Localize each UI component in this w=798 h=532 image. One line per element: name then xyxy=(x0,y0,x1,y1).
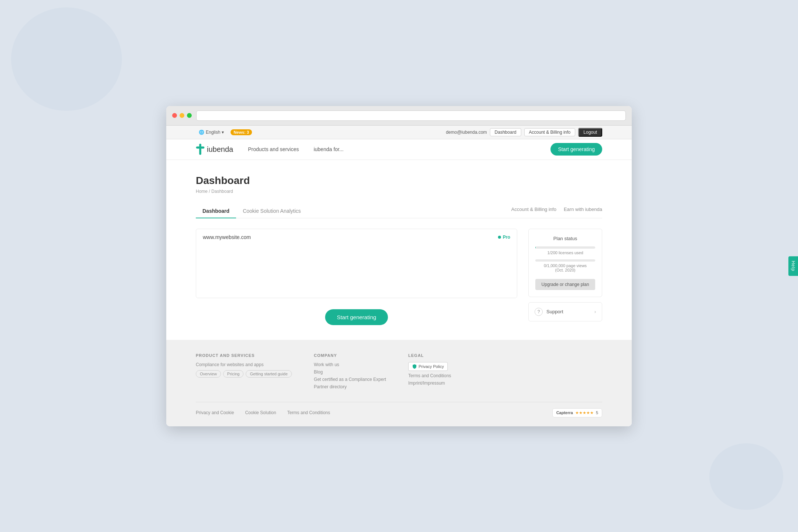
upgrade-plan-button[interactable]: Upgrade or change plan xyxy=(535,279,595,290)
footer-company-link-1[interactable]: Blog xyxy=(314,369,386,375)
close-button-traffic[interactable] xyxy=(172,113,177,118)
traffic-lights xyxy=(172,113,192,118)
start-generating-main-button[interactable]: Start generating xyxy=(325,309,388,325)
shield-icon xyxy=(412,364,417,369)
pageviews-progress-track xyxy=(535,259,595,262)
logo-text: iubenda xyxy=(207,145,233,154)
pageviews-sub-label: (Oct. 2020) xyxy=(535,268,595,272)
footer-legal-links: Terms and Conditions Imprint/Impressum xyxy=(408,373,451,386)
capterra-stars: ★★★★★ xyxy=(575,410,594,415)
footer-col-company: COMPANY Work with us Blog Get certified … xyxy=(314,353,386,392)
news-badge[interactable]: News: 3 xyxy=(231,129,252,135)
page-title: Dashboard xyxy=(196,175,602,187)
footer-legal-link-1[interactable]: Imprint/Impressum xyxy=(408,381,451,386)
footer-tag-pricing[interactable]: Pricing xyxy=(223,370,244,378)
pro-badge: Pro xyxy=(498,235,510,240)
footer-company-heading: COMPANY xyxy=(314,353,386,358)
utility-right: demo@iubenda.com Dashboard Account & Bil… xyxy=(446,128,602,137)
pro-dot xyxy=(498,236,501,239)
website-card-header: www.mywebsite.com Pro xyxy=(203,234,510,240)
svg-rect-1 xyxy=(196,147,205,149)
browser-window: 🌐 English ▾ News: 3 demo@iubenda.com Das… xyxy=(166,106,632,426)
dashboard-nav-button[interactable]: Dashboard xyxy=(490,128,521,136)
tabs: Dashboard Cookie Solution Analytics Acco… xyxy=(196,204,602,218)
logo[interactable]: iubenda xyxy=(196,144,233,155)
footer-company-link-3[interactable]: Partner directory xyxy=(314,384,386,389)
footer-product-heading: PRODUCT AND SERVICES xyxy=(196,353,292,358)
main-content: Dashboard Home / Dashboard Dashboard Coo… xyxy=(166,160,632,340)
privacy-policy-badge[interactable]: Privacy Policy xyxy=(408,362,448,371)
breadcrumb-current: Dashboard xyxy=(211,189,233,194)
footer-legal-link-0[interactable]: Terms and Conditions xyxy=(408,373,451,378)
tabs-left: Dashboard Cookie Solution Analytics xyxy=(196,204,307,218)
iubenda-logo-icon xyxy=(196,144,205,155)
footer-legal-heading: LEGAL xyxy=(408,353,451,358)
language-selector[interactable]: 🌐 English ▾ xyxy=(196,129,227,136)
tab-earn-iubenda[interactable]: Earn with iubenda xyxy=(564,207,602,216)
dashboard-main: www.mywebsite.com Pro Start generating xyxy=(196,229,517,325)
footer-col-product: PRODUCT AND SERVICES Compliance for webs… xyxy=(196,353,292,392)
support-left: ? Support xyxy=(535,308,563,316)
pageviews-label: 0/1,000,000 page views xyxy=(535,263,595,268)
tab-dashboard[interactable]: Dashboard xyxy=(196,204,236,218)
products-services-nav[interactable]: Products and services xyxy=(248,146,299,152)
minimize-button-traffic[interactable] xyxy=(180,113,184,118)
licenses-progress-section: 1/200 licenses used xyxy=(535,246,595,255)
capterra-num: 5 xyxy=(596,410,598,415)
browser-chrome xyxy=(166,106,632,126)
language-label: English xyxy=(206,130,220,135)
help-button[interactable]: Help xyxy=(788,256,798,276)
chevron-right-icon: › xyxy=(594,309,596,314)
logout-button[interactable]: Logout xyxy=(578,128,602,137)
chevron-down-icon: ▾ xyxy=(222,130,224,135)
pageviews-progress-section: 0/1,000,000 page views (Oct. 2020) xyxy=(535,259,595,272)
iubenda-for-nav[interactable]: iubenda for... xyxy=(314,146,344,152)
tab-cookie-analytics[interactable]: Cookie Solution Analytics xyxy=(236,204,307,218)
website-card-content xyxy=(203,245,510,293)
globe-icon: 🌐 xyxy=(199,130,204,135)
support-card[interactable]: ? Support › xyxy=(528,302,602,321)
main-nav: iubenda Products and services iubenda fo… xyxy=(166,139,632,160)
dashboard-body: www.mywebsite.com Pro Start generating xyxy=(196,229,602,325)
footer-col-legal: LEGAL Privacy Policy Terms and Condition… xyxy=(408,353,451,392)
question-icon: ? xyxy=(535,308,543,316)
account-billing-nav-button[interactable]: Account & Billing info xyxy=(524,128,576,136)
tabs-right: Account & Billing info Earn with iubenda xyxy=(511,207,602,216)
pro-label: Pro xyxy=(503,235,510,240)
licenses-label: 1/200 licenses used xyxy=(535,250,595,255)
licenses-progress-track xyxy=(535,246,595,249)
footer-top: PRODUCT AND SERVICES Compliance for webs… xyxy=(196,353,602,392)
footer-company-link-0[interactable]: Work with us xyxy=(314,362,386,367)
maximize-button-traffic[interactable] xyxy=(187,113,192,118)
support-label: Support xyxy=(546,309,563,314)
nav-left: iubenda Products and services iubenda fo… xyxy=(196,144,344,155)
utility-bar: 🌐 English ▾ News: 3 demo@iubenda.com Das… xyxy=(166,126,632,139)
footer-tags: Overview Pricing Getting started guide xyxy=(196,370,292,378)
user-email: demo@iubenda.com xyxy=(446,130,487,135)
website-name: www.mywebsite.com xyxy=(203,234,251,240)
start-generating-nav-button[interactable]: Start generating xyxy=(550,143,602,156)
capterra-label: Capterra xyxy=(556,410,573,415)
capterra-badge[interactable]: Capterra ★★★★★ 5 xyxy=(552,408,602,417)
plan-status-title: Plan status xyxy=(535,236,595,241)
url-bar[interactable] xyxy=(196,110,626,121)
utility-left: 🌐 English ▾ News: 3 xyxy=(196,129,252,136)
tab-account-billing[interactable]: Account & Billing info xyxy=(511,207,556,216)
footer-company-link-2[interactable]: Get certified as a Compliance Expert xyxy=(314,377,386,382)
footer-tag-getting-started[interactable]: Getting started guide xyxy=(246,370,291,378)
website-card: www.mywebsite.com Pro xyxy=(196,229,517,298)
footer-bottom-cookie[interactable]: Cookie Solution xyxy=(245,410,276,415)
licenses-progress-fill xyxy=(535,246,536,249)
dashboard-sidebar: Plan status 1/200 licenses used 0/1,000,… xyxy=(528,229,602,325)
plan-status-card: Plan status 1/200 licenses used 0/1,000,… xyxy=(528,229,602,297)
footer-bottom: Privacy and Cookie Cookie Solution Terms… xyxy=(196,402,602,417)
footer-compliance-label: Compliance for websites and apps xyxy=(196,362,292,367)
footer-bottom-terms[interactable]: Terms and Conditions xyxy=(287,410,330,415)
breadcrumb: Home / Dashboard xyxy=(196,189,602,194)
footer-bottom-privacy[interactable]: Privacy and Cookie xyxy=(196,410,234,415)
breadcrumb-home[interactable]: Home xyxy=(196,189,208,194)
footer-tag-overview[interactable]: Overview xyxy=(196,370,221,378)
footer-company-links: Work with us Blog Get certified as a Com… xyxy=(314,362,386,389)
svg-rect-0 xyxy=(199,144,201,155)
start-gen-center: Start generating xyxy=(196,309,517,325)
